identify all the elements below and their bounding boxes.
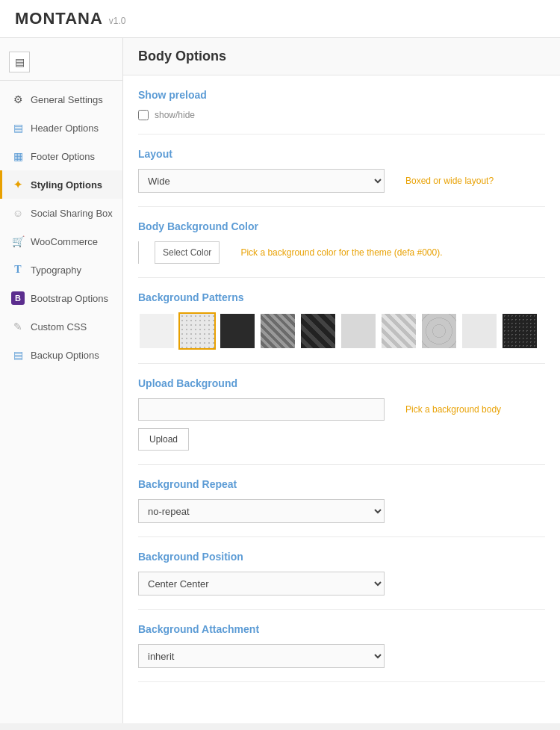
pattern-solid-dark[interactable]	[219, 312, 256, 350]
sidebar-item-footer-options[interactable]: ▦ Footer Options	[0, 142, 122, 170]
gear-icon: ⚙	[11, 93, 25, 106]
sidebar-item-woocommerce[interactable]: 🛒 WooCommerce	[0, 227, 122, 256]
pattern-swatch-dots	[180, 314, 214, 348]
patterns-grid	[138, 312, 545, 350]
section-title-bg-patterns: Background Patterns	[138, 291, 545, 303]
pattern-swatch-diamond-dark	[301, 314, 335, 348]
show-preload-checkbox[interactable]	[138, 110, 149, 120]
sidebar: ▤ ⚙ General Settings ▤ Header Options ▦ …	[0, 38, 123, 723]
content-body: Show preload show/hide Layout Wide Boxed	[123, 75, 560, 682]
pattern-swatch-very-light	[462, 314, 497, 348]
section-title-bg-repeat: Background Repeat	[138, 478, 545, 490]
pattern-white[interactable]	[138, 312, 175, 350]
pattern-diagonal-gray[interactable]	[259, 312, 296, 350]
social-icon: ☺	[11, 206, 25, 220]
pattern-swatch-white	[140, 314, 174, 348]
sidebar-item-label: Social Sharing Box	[31, 208, 113, 219]
bootstrap-icon: B	[11, 291, 25, 305]
pattern-swirl[interactable]	[420, 312, 458, 350]
content-area: Body Options Show preload show/hide Layo…	[123, 38, 560, 723]
bg-position-select-row: Center Center Top Left Top Center Top Ri…	[138, 572, 545, 596]
section-title-show-preload: Show preload	[138, 89, 545, 101]
app-version: v1.0	[109, 16, 126, 26]
pattern-swatch-diagonal-gray	[261, 314, 295, 348]
section-title-layout: Layout	[138, 148, 545, 160]
sidebar-item-label: General Settings	[31, 94, 103, 105]
sidebar-item-label: Styling Options	[31, 179, 102, 191]
header-icon: ▤	[11, 121, 25, 134]
app-wrapper: MONTANA v1.0 ▤ ⚙ General Settings ▤ Head…	[0, 0, 560, 730]
pattern-swatch-solid-dark	[220, 314, 255, 348]
background-attachment-select[interactable]: inherit scroll fixed local	[138, 644, 385, 668]
sidebar-item-label: Bootstrap Options	[31, 293, 108, 304]
styling-icon: ✦	[11, 178, 25, 191]
sidebar-item-label: Header Options	[31, 123, 99, 134]
sidebar-item-bootstrap-options[interactable]: B Bootstrap Options	[0, 284, 122, 312]
sidebar-item-typography[interactable]: T Typography	[0, 256, 122, 284]
footer-icon: ▦	[11, 149, 25, 163]
pattern-diamond-dark[interactable]	[299, 312, 337, 350]
sidebar-item-label: WooCommerce	[31, 236, 98, 247]
section-title-body-bg-color: Body Background Color	[138, 220, 545, 232]
background-position-select[interactable]: Center Center Top Left Top Center Top Ri…	[138, 572, 385, 596]
section-upload-background: Upload Background Pick a background body…	[138, 364, 545, 465]
section-title-upload-bg: Upload Background	[138, 377, 545, 389]
select-color-button[interactable]: Select Color	[138, 241, 220, 264]
section-body-background-color: Body Background Color Select Color Pick …	[138, 207, 545, 278]
sidebar-logo-area: ▤	[0, 46, 122, 81]
sidebar-item-label: Backup Options	[31, 350, 99, 361]
pattern-swatch-swirl	[422, 314, 456, 348]
sidebar-item-social-sharing-box[interactable]: ☺ Social Sharing Box	[0, 199, 122, 227]
sidebar-item-styling-options[interactable]: ✦ Styling Options	[0, 170, 122, 199]
sidebar-item-label: Footer Options	[31, 151, 95, 162]
sidebar-item-header-options[interactable]: ▤ Header Options	[0, 114, 122, 142]
layout-select[interactable]: Wide Boxed	[138, 169, 385, 193]
pattern-very-light[interactable]	[461, 312, 498, 350]
bg-attachment-select-row: inherit scroll fixed local	[138, 644, 545, 668]
color-swatch	[139, 241, 155, 264]
color-hint: Pick a background color for the theme (d…	[240, 247, 442, 258]
sidebar-item-label: Custom CSS	[31, 321, 87, 332]
layout-hint: Boxed or wide layout?	[405, 176, 494, 186]
section-background-position: Background Position Center Center Top Le…	[138, 537, 545, 610]
pattern-swatch-light-gray	[341, 314, 376, 348]
typography-icon: T	[11, 263, 25, 276]
woocommerce-icon: 🛒	[11, 235, 25, 248]
pattern-swatch-diagonal-light	[382, 314, 416, 348]
section-background-patterns: Background Patterns	[138, 278, 545, 364]
custom-css-icon: ✎	[11, 320, 25, 333]
background-repeat-select[interactable]: no-repeat repeat repeat-x repeat-y	[138, 499, 385, 523]
section-background-attachment: Background Attachment inherit scroll fix…	[138, 610, 545, 682]
sidebar-logo-icon: ▤	[9, 52, 30, 72]
section-show-preload: Show preload show/hide	[138, 75, 545, 134]
page-title: Body Options	[138, 49, 226, 64]
layout-select-row: Wide Boxed Boxed or wide layout?	[138, 169, 545, 193]
app-title: MONTANA	[15, 9, 103, 28]
sidebar-item-custom-css[interactable]: ✎ Custom CSS	[0, 312, 122, 341]
show-preload-label: show/hide	[155, 110, 195, 120]
color-btn-row: Select Color Pick a background color for…	[138, 241, 545, 264]
sidebar-item-label: Typography	[31, 265, 81, 276]
pattern-diagonal-light[interactable]	[380, 312, 417, 350]
backup-icon: ▤	[11, 348, 25, 362]
content-header: Body Options	[123, 38, 560, 75]
pattern-dots[interactable]	[178, 312, 216, 350]
section-background-repeat: Background Repeat no-repeat repeat repea…	[138, 465, 545, 537]
upload-button[interactable]: Upload	[138, 428, 189, 451]
pattern-light-gray[interactable]	[340, 312, 377, 350]
checkbox-row-show-preload: show/hide	[138, 110, 545, 120]
sidebar-item-backup-options[interactable]: ▤ Backup Options	[0, 341, 122, 369]
main-layout: ▤ ⚙ General Settings ▤ Header Options ▦ …	[0, 38, 560, 723]
upload-row: Pick a background body	[138, 398, 545, 421]
upload-input[interactable]	[138, 398, 385, 421]
pattern-dark-dots[interactable]	[501, 312, 538, 350]
app-header: MONTANA v1.0	[0, 0, 560, 38]
upload-hint: Pick a background body	[405, 404, 501, 415]
bg-repeat-select-row: no-repeat repeat repeat-x repeat-y	[138, 499, 545, 523]
section-title-bg-position: Background Position	[138, 551, 545, 563]
pattern-swatch-dark-dots	[503, 314, 537, 348]
select-color-label: Select Color	[155, 247, 219, 258]
section-title-bg-attachment: Background Attachment	[138, 623, 545, 635]
section-layout: Layout Wide Boxed Boxed or wide layout?	[138, 134, 545, 207]
sidebar-item-general-settings[interactable]: ⚙ General Settings	[0, 85, 122, 114]
